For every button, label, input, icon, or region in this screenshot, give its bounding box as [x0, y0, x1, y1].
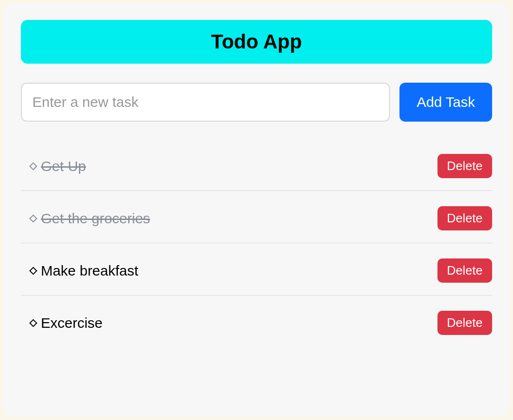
task-left: Excercise	[30, 315, 103, 331]
task-text[interactable]: Excercise	[41, 315, 103, 331]
task-left: Make breakfast	[30, 263, 138, 279]
task-text[interactable]: Get Up	[41, 158, 86, 174]
app-header: Todo App	[21, 20, 492, 64]
new-task-input[interactable]	[21, 83, 390, 122]
diamond-bullet-icon	[30, 163, 36, 169]
diamond-bullet-icon	[30, 268, 36, 274]
task-item: ExcerciseDelete	[21, 296, 492, 347]
diamond-bullet-icon	[30, 320, 36, 326]
task-left: Get Up	[30, 158, 86, 174]
delete-button[interactable]: Delete	[437, 311, 492, 335]
app-container: Todo App Add Task Get UpDeleteGet the gr…	[3, 3, 510, 417]
add-task-button[interactable]: Add Task	[399, 83, 492, 122]
task-item: Get the groceriesDelete	[21, 191, 492, 243]
task-item: Make breakfastDelete	[21, 243, 492, 296]
task-text[interactable]: Make breakfast	[41, 263, 138, 279]
delete-button[interactable]: Delete	[437, 154, 492, 178]
new-task-row: Add Task	[21, 83, 492, 122]
task-item: Get UpDelete	[21, 139, 492, 191]
delete-button[interactable]: Delete	[437, 258, 492, 283]
diamond-bullet-icon	[30, 216, 36, 221]
delete-button[interactable]: Delete	[437, 206, 492, 230]
task-list: Get UpDeleteGet the groceriesDeleteMake …	[21, 139, 492, 347]
task-left: Get the groceries	[30, 210, 150, 227]
task-text[interactable]: Get the groceries	[41, 210, 150, 227]
page-title: Todo App	[21, 30, 492, 53]
